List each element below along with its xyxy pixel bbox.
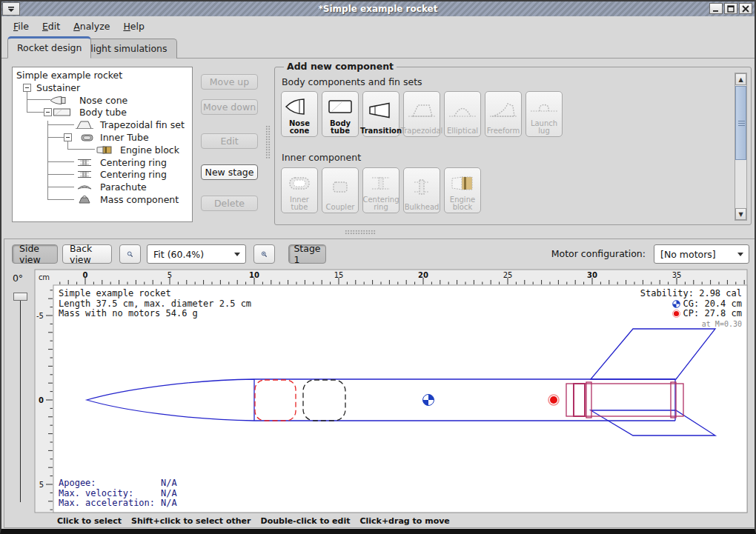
svg-text:35: 35 <box>672 271 682 279</box>
cg-icon <box>672 300 680 308</box>
rotation-slider-track[interactable] <box>20 301 21 502</box>
status-hint: Double-click to edit <box>261 516 351 526</box>
svg-text:25: 25 <box>503 271 513 279</box>
rotation-slider-handle[interactable] <box>13 293 27 301</box>
flight-data-label: Apogee: <box>59 478 161 489</box>
flight-data-value: N/A <box>161 478 177 489</box>
flight-data-row: Max. acceleration:N/A <box>59 498 177 509</box>
openrocket-window: *Simple example rocket FileEditAnalyzeHe… <box>0 0 756 534</box>
status-hint: Click to select <box>57 516 122 526</box>
flight-data-summary: Apogee:N/AMax. velocity:N/AMax. accelera… <box>59 478 177 509</box>
ruler-unit-label: cm <box>39 273 50 281</box>
rotation-angle-label: 0° <box>6 273 30 284</box>
cg-marker <box>423 395 434 406</box>
status-hint: Click+drag to move <box>359 516 449 526</box>
rocket-info-line: Length 37.5 cm, max. diameter 2.5 cm <box>59 299 251 310</box>
tab-rocket-design[interactable]: Rocket design <box>7 36 91 59</box>
rocket-figure[interactable]: cm05101520253035-505 <box>1 1 756 534</box>
status-hints: Click to selectShift+click to select oth… <box>57 516 450 526</box>
svg-text:30: 30 <box>587 271 597 279</box>
rocket-info-line: Simple example rocket <box>59 289 251 299</box>
cg-value: CG: 20.4 cm <box>683 299 742 310</box>
stability-info: Stability: 2.98 cal CG: 20.4 cm CP: 27.8… <box>640 289 742 329</box>
stability-condition: at M=0.30 <box>640 319 742 330</box>
flight-data-value: N/A <box>161 498 177 509</box>
svg-text:-5: -5 <box>36 312 44 320</box>
svg-text:20: 20 <box>418 271 428 279</box>
flight-data-label: Max. velocity: <box>59 489 161 499</box>
svg-text:10: 10 <box>249 271 259 279</box>
svg-text:0: 0 <box>39 396 44 404</box>
status-hint: Shift+click to select other <box>131 516 251 526</box>
flight-data-row: Apogee:N/A <box>59 478 177 489</box>
svg-text:5: 5 <box>39 481 44 489</box>
rocket-info-text: Simple example rocketLength 37.5 cm, max… <box>59 289 251 319</box>
svg-text:5: 5 <box>168 271 172 279</box>
flight-data-row: Max. velocity:N/A <box>59 489 177 499</box>
svg-text:15: 15 <box>334 271 344 279</box>
cp-icon <box>672 310 680 318</box>
cp-value: CP: 27.8 cm <box>683 309 742 319</box>
stability-value: Stability: 2.98 cal <box>640 289 742 299</box>
svg-text:0: 0 <box>83 271 88 279</box>
rocket-info-line: Mass with no motors 54.6 g <box>59 309 251 319</box>
flight-data-value: N/A <box>161 489 177 499</box>
flight-data-label: Max. acceleration: <box>59 498 161 509</box>
cp-marker <box>548 395 559 405</box>
